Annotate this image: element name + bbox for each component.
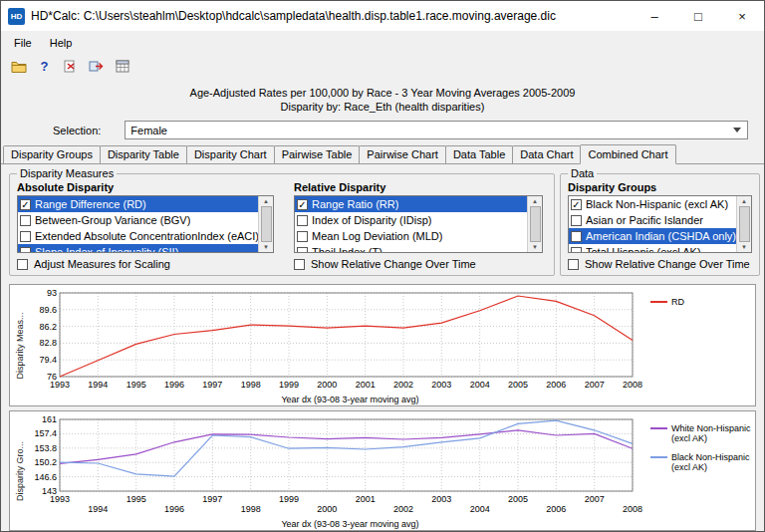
tab-strip: Disparity GroupsDisparity TableDisparity…	[1, 142, 764, 164]
svg-text:79.4: 79.4	[39, 355, 57, 365]
list-item[interactable]: Extended Absolute ConcentrationIndex (eA…	[18, 228, 258, 244]
svg-text:2002: 2002	[393, 504, 413, 514]
checkbox-icon[interactable]	[297, 247, 308, 253]
list-item[interactable]: Index of Disparity (IDisp)	[295, 212, 527, 228]
checkbox-icon[interactable]	[17, 259, 28, 270]
checkbox-icon[interactable]	[297, 231, 308, 242]
export-button[interactable]	[85, 56, 108, 77]
svg-text:2008: 2008	[623, 380, 642, 390]
relative-disparity-listbox[interactable]: ✓Range Ratio (RR)Index of Disparity (IDi…	[294, 195, 543, 253]
options-row: Disparity Measures Absolute Disparity ✓R…	[9, 167, 756, 276]
svg-text:2000: 2000	[317, 380, 337, 390]
scroll-down-icon[interactable]: ▼	[532, 243, 538, 251]
svg-text:2004: 2004	[470, 380, 490, 390]
tab-pairwise-chart[interactable]: Pairwise Chart	[359, 145, 446, 163]
tab-disparity-table[interactable]: Disparity Table	[100, 145, 187, 163]
checkbox-icon[interactable]	[20, 231, 31, 242]
svg-text:146.6: 146.6	[34, 472, 57, 482]
menu-help[interactable]: Help	[41, 34, 82, 52]
list-item[interactable]: Mean Log Deviation (MLD)	[295, 228, 527, 244]
scroll-down-icon[interactable]: ▼	[741, 243, 747, 251]
list-item[interactable]: Between-Group Variance (BGV)	[18, 212, 258, 228]
menubar: File Help	[1, 31, 764, 54]
open-folder-button[interactable]	[7, 56, 30, 77]
list-item[interactable]: Theil Index (T)	[295, 244, 527, 252]
checkbox-icon[interactable]	[294, 259, 305, 270]
svg-text:1996: 1996	[164, 504, 184, 514]
scroll-thumb[interactable]	[530, 206, 541, 242]
tab-data-table[interactable]: Data Table	[445, 145, 513, 163]
svg-text:1999: 1999	[279, 494, 299, 504]
selection-row: Selection: Female	[53, 121, 748, 139]
checkbox-label: Show Relative Change Over Time	[585, 258, 750, 270]
scroll-up-icon[interactable]: ▲	[741, 197, 747, 205]
list-item[interactable]: Asian or Pacific Islander	[569, 212, 736, 228]
app-window: HD HD*Calc: C:\Users\steahlm\Desktop\hdc…	[0, 0, 765, 532]
close-button[interactable]: ×	[720, 1, 764, 31]
legend-line-icon	[650, 427, 667, 429]
svg-text:1996: 1996	[164, 380, 184, 390]
scroll-down-icon[interactable]: ▼	[263, 243, 269, 251]
tab-data-chart[interactable]: Data Chart	[512, 145, 581, 163]
list-item[interactable]: ✓Range Difference (RD)	[18, 196, 258, 212]
svg-text:150.2: 150.2	[34, 457, 57, 467]
data-group-title: Data	[568, 167, 597, 179]
checkbox-icon[interactable]	[297, 215, 308, 226]
selection-value: Female	[130, 125, 167, 136]
checkbox-icon[interactable]	[20, 247, 31, 253]
list-item-label: Mean Log Deviation (MLD)	[312, 230, 442, 242]
scrollbar[interactable]: ▲▼	[258, 196, 273, 252]
svg-text:1998: 1998	[241, 380, 261, 390]
disparity-measures-group: Disparity Measures Absolute Disparity ✓R…	[9, 167, 555, 276]
relative-change-checkbox[interactable]: Show Relative Change Over Time	[294, 258, 543, 270]
tab-disparity-groups[interactable]: Disparity Groups	[3, 145, 101, 163]
tab-pairwise-table[interactable]: Pairwise Table	[274, 145, 361, 163]
data-relative-change-checkbox[interactable]: Show Relative Change Over Time	[568, 258, 752, 270]
checkbox-icon[interactable]: ✓	[297, 199, 308, 210]
list-item[interactable]: Total Hispanic (excl AK)	[569, 244, 736, 252]
scroll-up-icon[interactable]: ▲	[263, 197, 269, 205]
list-item[interactable]: American Indian (CSHDA only)	[569, 228, 736, 244]
matrix-button[interactable]	[111, 56, 133, 77]
y-axis-title: Disparity Meas...	[13, 287, 26, 404]
selection-dropdown[interactable]: Female	[125, 121, 748, 139]
adjust-scaling-checkbox[interactable]: Adjust Measures for Scaling	[17, 258, 274, 270]
svg-text:2001: 2001	[356, 494, 376, 504]
checkbox-icon[interactable]: ✓	[571, 199, 582, 210]
tab-combined-chart[interactable]: Combined Chart	[580, 144, 675, 164]
list-item-label: Theil Index (T)	[312, 246, 382, 252]
list-item[interactable]: ✓Black Non-Hispanic (excl AK)	[569, 196, 736, 212]
svg-text:2008: 2008	[623, 504, 642, 514]
scrollbar[interactable]: ▲▼	[527, 196, 542, 252]
svg-text:2001: 2001	[356, 380, 376, 390]
help-button[interactable]: ?	[33, 56, 56, 77]
svg-text:2004: 2004	[470, 504, 490, 514]
list-item[interactable]: ✓Range Ratio (RR)	[295, 196, 527, 212]
maximize-button[interactable]: □	[676, 1, 720, 31]
checkbox-icon[interactable]	[20, 215, 31, 226]
disparity-groups-listbox[interactable]: ✓Black Non-Hispanic (excl AK)Asian or Pa…	[568, 195, 752, 253]
checkbox-icon[interactable]	[571, 247, 582, 253]
minimize-button[interactable]: –	[633, 1, 676, 31]
absolute-disparity-listbox[interactable]: ✓Range Difference (RD)Between-Group Vari…	[17, 195, 274, 253]
scrollbar[interactable]: ▲▼	[736, 196, 751, 252]
disparity-measure-chart-panel: Disparity Meas... 7679.482.886.289.69319…	[9, 284, 756, 406]
legend-label: Black Non-Hispanic (excl AK)	[671, 452, 753, 472]
checkbox-icon[interactable]: ✓	[20, 199, 31, 210]
tab-disparity-chart[interactable]: Disparity Chart	[186, 145, 275, 163]
scroll-up-icon[interactable]: ▲	[532, 197, 538, 205]
exit-button[interactable]	[59, 56, 82, 77]
checkbox-icon[interactable]	[568, 259, 579, 270]
scroll-thumb[interactable]	[739, 206, 750, 242]
legend-label: RD	[671, 297, 684, 307]
checkbox-icon[interactable]	[571, 231, 582, 242]
toolbar: ?	[1, 54, 764, 79]
app-icon: HD	[8, 8, 25, 25]
svg-text:2005: 2005	[508, 494, 528, 504]
header-line-2: Disparity by: Race_Eth (health dispariti…	[1, 100, 764, 114]
list-item[interactable]: Slope Index of Inequality (SII)	[18, 244, 258, 252]
selection-label: Selection:	[53, 125, 101, 136]
scroll-thumb[interactable]	[261, 206, 272, 242]
menu-file[interactable]: File	[5, 34, 41, 52]
checkbox-icon[interactable]	[571, 215, 582, 226]
